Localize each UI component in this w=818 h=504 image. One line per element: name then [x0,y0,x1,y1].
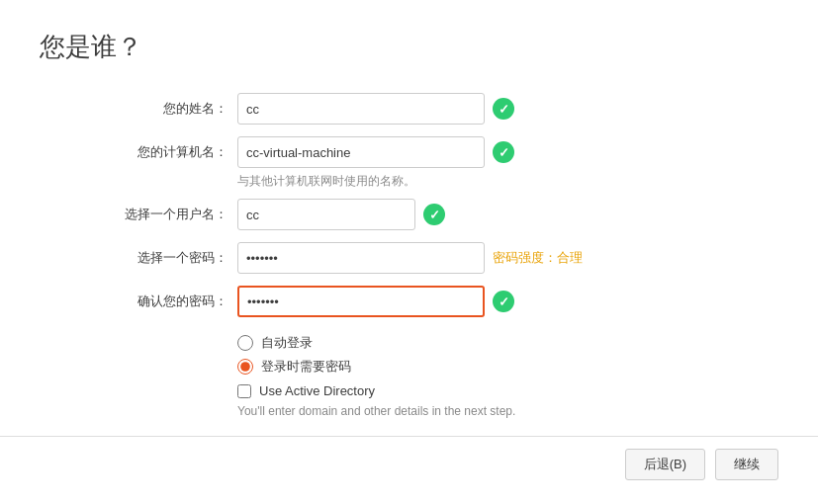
hostname-label: 您的计算机名： [99,143,227,161]
password-strength: 密码强度：合理 [493,249,583,267]
hostname-input[interactable] [237,136,485,168]
active-directory-label: Use Active Directory [259,383,375,398]
hostname-row: 您的计算机名： [99,135,778,169]
name-row: 您的姓名： [99,92,778,126]
confirm-label: 确认您的密码： [99,293,227,310]
password-input[interactable] [237,242,485,274]
username-label: 选择一个用户名： [99,206,227,223]
name-input[interactable] [237,93,485,125]
username-input[interactable] [237,199,415,230]
confirm-password-input[interactable] [237,286,485,317]
active-directory-checkbox[interactable] [237,384,251,398]
password-row: 选择一个密码： 密码强度：合理 [99,241,778,275]
continue-button[interactable]: 继续 [715,449,778,480]
dialog: 您是谁？ 您的姓名： 您的计算机名： 与其他计算机联网时使用的名称。 选择一个用… [0,0,818,504]
password-label: 选择一个密码： [99,249,227,267]
divider [0,436,818,437]
auto-login-row: 自动登录 [237,334,778,352]
back-button[interactable]: 后退(B) [625,449,705,480]
bottom-bar: 后退(B) 继续 [625,449,778,480]
name-check-icon [493,98,514,120]
confirm-password-row: 确认您的密码： [99,285,778,318]
confirm-check-icon [493,291,514,312]
hostname-hint: 与其他计算机联网时使用的名称。 [237,173,778,190]
username-check-icon [423,204,445,225]
page-title: 您是谁？ [40,30,778,64]
active-directory-hint: You'll enter domain and other details in… [237,404,778,418]
require-password-label: 登录时需要密码 [261,358,351,376]
require-password-row: 登录时需要密码 [237,358,778,376]
require-password-radio[interactable] [237,359,253,375]
login-options: 自动登录 登录时需要密码 Use Active Directory [237,334,778,398]
active-directory-row: Use Active Directory [237,383,778,398]
hostname-check-icon [493,141,514,163]
auto-login-radio[interactable] [237,335,253,351]
form-area: 您的姓名： 您的计算机名： 与其他计算机联网时使用的名称。 选择一个用户名： 选… [99,92,778,418]
auto-login-label: 自动登录 [261,334,313,352]
name-label: 您的姓名： [99,100,227,118]
username-row: 选择一个用户名： [99,198,778,231]
